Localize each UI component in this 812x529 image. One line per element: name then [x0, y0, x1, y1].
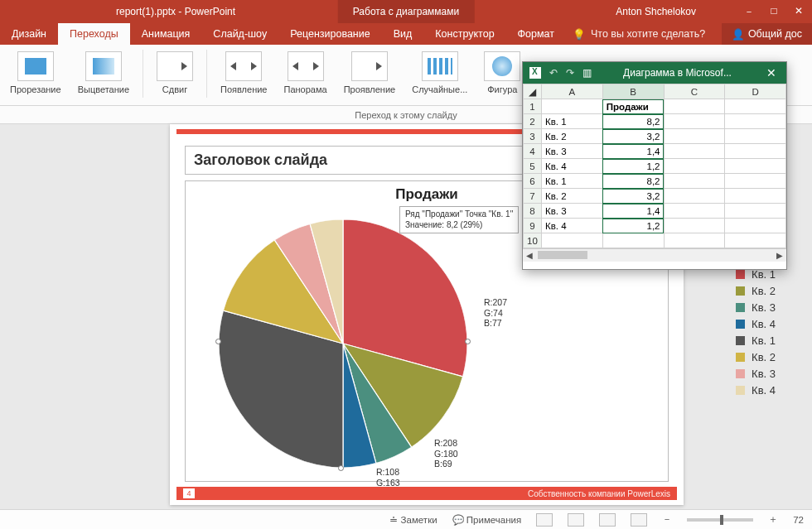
- cell[interactable]: [725, 114, 786, 129]
- cell[interactable]: 1,2: [602, 219, 664, 233]
- transition-cut[interactable]: Прорезание: [3, 50, 68, 96]
- excel-grid[interactable]: ◢ A B C D 1Продажи2Кв. 18,23Кв. 23,24Кв.…: [523, 84, 786, 248]
- row-header[interactable]: 1: [524, 99, 542, 114]
- cell[interactable]: [542, 233, 603, 248]
- tab-chart-format[interactable]: Формат: [506, 23, 566, 45]
- resize-handle[interactable]: [465, 339, 471, 344]
- row-header[interactable]: 10: [524, 233, 542, 248]
- excel-row[interactable]: 10: [524, 233, 786, 248]
- excel-row[interactable]: 7Кв. 23,2: [524, 189, 786, 204]
- tab-view[interactable]: Вид: [382, 23, 424, 45]
- redo-button[interactable]: ↷: [566, 67, 574, 79]
- row-header[interactable]: 6: [524, 174, 542, 189]
- resize-handle[interactable]: [338, 465, 344, 471]
- cell[interactable]: Кв. 2: [542, 189, 603, 204]
- cell[interactable]: [664, 114, 725, 129]
- col-header-a[interactable]: A: [542, 84, 603, 99]
- tab-design[interactable]: Дизайн: [0, 23, 58, 45]
- zoom-in-button[interactable]: ＋: [768, 513, 778, 526]
- cell[interactable]: Кв. 4: [542, 159, 603, 174]
- notes-button[interactable]: ≐ Заметки: [389, 514, 437, 526]
- cell[interactable]: Продажи: [602, 99, 664, 114]
- zoom-value[interactable]: 72: [793, 515, 804, 525]
- cell[interactable]: [664, 174, 725, 189]
- cell[interactable]: [725, 159, 786, 174]
- cell[interactable]: [725, 204, 786, 219]
- cell[interactable]: Кв. 3: [542, 204, 603, 219]
- col-header-b[interactable]: B: [602, 84, 664, 99]
- excel-row[interactable]: 1Продажи: [524, 99, 786, 114]
- legend-item[interactable]: Кв. 3: [736, 368, 776, 380]
- excel-hscroll[interactable]: ◀ ▶: [523, 248, 786, 262]
- excel-row[interactable]: 6Кв. 18,2: [524, 174, 786, 189]
- cell[interactable]: Кв. 1: [542, 114, 603, 129]
- excel-row[interactable]: 5Кв. 41,2: [524, 159, 786, 174]
- cell[interactable]: Кв. 2: [542, 129, 603, 144]
- excel-row[interactable]: 9Кв. 41,2: [524, 219, 786, 233]
- transition-fade[interactable]: Выцветание: [71, 50, 136, 96]
- tab-review[interactable]: Рецензирование: [278, 23, 382, 45]
- row-header[interactable]: 5: [524, 159, 542, 174]
- user-name[interactable]: Anton Shchelokov: [616, 6, 696, 17]
- transition-split[interactable]: Панорама: [277, 50, 333, 96]
- tab-chart-design[interactable]: Конструктор: [423, 23, 505, 45]
- transition-wipe[interactable]: Появление: [214, 50, 273, 96]
- minimize-button[interactable]: －: [741, 5, 757, 19]
- normal-view-button[interactable]: [536, 513, 553, 527]
- col-header-c[interactable]: C: [664, 84, 725, 99]
- excel-titlebar[interactable]: ↶ ↷ ▥ Диаграмма в Microsof... ✕: [523, 62, 786, 84]
- scroll-track[interactable]: [536, 249, 773, 262]
- cell[interactable]: [664, 219, 725, 233]
- scroll-thumb[interactable]: [538, 251, 587, 259]
- legend-item[interactable]: Кв. 2: [736, 351, 776, 363]
- cell[interactable]: [664, 159, 725, 174]
- legend-item[interactable]: Кв. 3: [736, 301, 776, 314]
- chart-legend[interactable]: Кв. 1Кв. 2Кв. 3Кв. 4Кв. 1Кв. 2Кв. 3Кв. 4: [736, 264, 776, 401]
- cell[interactable]: [602, 233, 664, 248]
- cell[interactable]: [725, 99, 786, 114]
- cell[interactable]: [664, 189, 725, 204]
- excel-row[interactable]: 3Кв. 23,2: [524, 129, 786, 144]
- legend-item[interactable]: Кв. 4: [736, 318, 776, 330]
- sorter-view-button[interactable]: [568, 513, 584, 527]
- legend-item[interactable]: Кв. 4: [736, 384, 776, 397]
- legend-item[interactable]: Кв. 2: [736, 285, 776, 297]
- zoom-slider[interactable]: [687, 518, 753, 522]
- slideshow-view-button[interactable]: [631, 513, 647, 527]
- cell[interactable]: 1,4: [602, 204, 664, 219]
- cell[interactable]: Кв. 4: [542, 219, 603, 233]
- cell[interactable]: 8,2: [602, 114, 664, 129]
- cell[interactable]: 1,2: [602, 159, 664, 174]
- pie-chart[interactable]: [219, 219, 467, 468]
- scroll-right-button[interactable]: ▶: [773, 249, 786, 262]
- cell[interactable]: [664, 99, 725, 114]
- cell[interactable]: [664, 144, 725, 159]
- tab-transitions[interactable]: Переходы: [58, 23, 130, 45]
- cell[interactable]: [664, 129, 725, 144]
- cell[interactable]: 3,2: [602, 189, 664, 204]
- close-button[interactable]: ✕: [790, 5, 807, 19]
- cell[interactable]: [542, 99, 603, 114]
- legend-item[interactable]: Кв. 1: [736, 268, 776, 281]
- cell[interactable]: [725, 174, 786, 189]
- resize-handle[interactable]: [215, 339, 221, 344]
- cell[interactable]: Кв. 3: [542, 144, 603, 159]
- tell-me-search[interactable]: 💡 Что вы хотите сделать?: [573, 23, 705, 45]
- zoom-out-button[interactable]: －: [662, 513, 672, 526]
- cell[interactable]: [725, 219, 786, 233]
- row-header[interactable]: 8: [524, 204, 542, 219]
- tab-animation[interactable]: Анимация: [130, 23, 202, 45]
- cell[interactable]: Кв. 1: [542, 174, 603, 189]
- transition-random-bars[interactable]: Случайные...: [405, 50, 474, 96]
- zoom-knob[interactable]: [720, 515, 723, 525]
- maximize-button[interactable]: □: [766, 5, 782, 19]
- share-button[interactable]: 👤 Общий дос: [722, 23, 812, 45]
- row-header[interactable]: 3: [524, 129, 542, 144]
- cell[interactable]: [725, 189, 786, 204]
- excel-data-window[interactable]: ↶ ↷ ▥ Диаграмма в Microsof... ✕ ◢ A B C …: [522, 61, 787, 270]
- scroll-left-button[interactable]: ◀: [523, 249, 536, 262]
- excel-close-button[interactable]: ✕: [763, 66, 780, 79]
- cell[interactable]: [725, 129, 786, 144]
- row-header[interactable]: 9: [524, 219, 542, 233]
- legend-item[interactable]: Кв. 1: [736, 334, 776, 347]
